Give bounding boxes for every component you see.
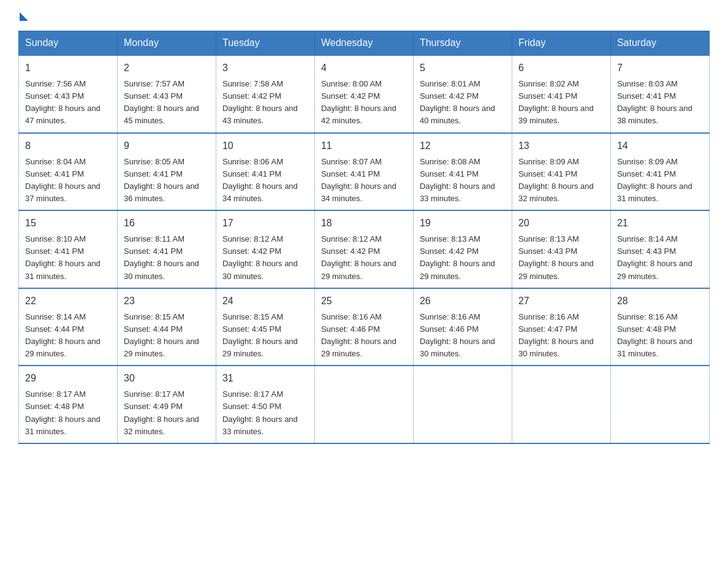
day-info: Sunrise: 8:00 AMSunset: 4:42 PMDaylight:… xyxy=(321,79,396,125)
calendar-cell: 30Sunrise: 8:17 AMSunset: 4:49 PMDayligh… xyxy=(117,366,216,443)
day-number: 17 xyxy=(222,216,308,231)
day-info: Sunrise: 8:16 AMSunset: 4:46 PMDaylight:… xyxy=(420,312,495,358)
calendar-cell: 21Sunrise: 8:14 AMSunset: 4:43 PMDayligh… xyxy=(610,210,709,288)
day-info: Sunrise: 8:17 AMSunset: 4:48 PMDaylight:… xyxy=(25,389,100,435)
day-number: 27 xyxy=(518,294,604,308)
weekday-header-saturday: Saturday xyxy=(610,31,709,56)
day-number: 22 xyxy=(25,294,111,308)
calendar-cell: 28Sunrise: 8:16 AMSunset: 4:48 PMDayligh… xyxy=(610,288,709,366)
calendar-cell: 16Sunrise: 8:11 AMSunset: 4:41 PMDayligh… xyxy=(117,210,216,288)
calendar-cell: 15Sunrise: 8:10 AMSunset: 4:41 PMDayligh… xyxy=(19,210,118,288)
day-info: Sunrise: 7:56 AMSunset: 4:43 PMDaylight:… xyxy=(25,79,100,125)
day-number: 10 xyxy=(222,139,308,153)
day-info: Sunrise: 8:04 AMSunset: 4:41 PMDaylight:… xyxy=(25,157,100,203)
calendar-cell: 31Sunrise: 8:17 AMSunset: 4:50 PMDayligh… xyxy=(216,366,314,443)
day-number: 4 xyxy=(321,61,407,75)
logo xyxy=(18,12,28,18)
calendar-cell: 27Sunrise: 8:16 AMSunset: 4:47 PMDayligh… xyxy=(512,288,610,366)
day-number: 15 xyxy=(25,216,111,231)
day-info: Sunrise: 8:10 AMSunset: 4:41 PMDaylight:… xyxy=(25,234,100,280)
day-info: Sunrise: 8:17 AMSunset: 4:49 PMDaylight:… xyxy=(124,389,199,435)
day-info: Sunrise: 8:16 AMSunset: 4:47 PMDaylight:… xyxy=(518,312,594,358)
weekday-header-tuesday: Tuesday xyxy=(216,31,314,56)
day-number: 12 xyxy=(420,139,506,153)
day-number: 26 xyxy=(420,294,506,308)
calendar-cell xyxy=(610,366,709,443)
calendar-cell: 14Sunrise: 8:09 AMSunset: 4:41 PMDayligh… xyxy=(610,133,709,211)
calendar-cell: 5Sunrise: 8:01 AMSunset: 4:42 PMDaylight… xyxy=(413,55,512,133)
calendar-cell: 1Sunrise: 7:56 AMSunset: 4:43 PMDaylight… xyxy=(19,55,118,133)
day-number: 29 xyxy=(25,371,111,386)
day-info: Sunrise: 8:09 AMSunset: 4:41 PMDaylight:… xyxy=(617,157,692,203)
day-info: Sunrise: 8:15 AMSunset: 4:44 PMDaylight:… xyxy=(124,312,199,358)
weekday-header-row: SundayMondayTuesdayWednesdayThursdayFrid… xyxy=(19,31,710,56)
day-number: 24 xyxy=(222,294,308,308)
calendar-cell: 20Sunrise: 8:13 AMSunset: 4:43 PMDayligh… xyxy=(512,210,610,288)
calendar-cell: 25Sunrise: 8:16 AMSunset: 4:46 PMDayligh… xyxy=(314,288,413,366)
calendar-cell: 2Sunrise: 7:57 AMSunset: 4:43 PMDaylight… xyxy=(117,55,216,133)
logo-line1 xyxy=(18,12,28,18)
calendar-cell: 9Sunrise: 8:05 AMSunset: 4:41 PMDaylight… xyxy=(117,133,216,211)
day-number: 13 xyxy=(518,139,604,153)
day-number: 6 xyxy=(518,61,604,75)
day-info: Sunrise: 8:02 AMSunset: 4:41 PMDaylight:… xyxy=(518,79,594,125)
day-number: 20 xyxy=(518,216,604,231)
calendar-week-row: 1Sunrise: 7:56 AMSunset: 4:43 PMDaylight… xyxy=(19,55,710,133)
calendar-cell: 6Sunrise: 8:02 AMSunset: 4:41 PMDaylight… xyxy=(512,55,610,133)
calendar-cell: 23Sunrise: 8:15 AMSunset: 4:44 PMDayligh… xyxy=(117,288,216,366)
day-number: 11 xyxy=(321,139,407,153)
calendar-cell xyxy=(314,366,413,443)
day-info: Sunrise: 8:06 AMSunset: 4:41 PMDaylight:… xyxy=(222,157,298,203)
day-number: 25 xyxy=(321,294,407,308)
day-info: Sunrise: 8:08 AMSunset: 4:41 PMDaylight:… xyxy=(420,157,495,203)
calendar-cell: 29Sunrise: 8:17 AMSunset: 4:48 PMDayligh… xyxy=(19,366,118,443)
calendar-cell: 24Sunrise: 8:15 AMSunset: 4:45 PMDayligh… xyxy=(216,288,314,366)
weekday-header-wednesday: Wednesday xyxy=(314,31,413,56)
day-info: Sunrise: 8:12 AMSunset: 4:42 PMDaylight:… xyxy=(222,234,298,280)
day-number: 3 xyxy=(222,61,308,75)
day-info: Sunrise: 8:05 AMSunset: 4:41 PMDaylight:… xyxy=(124,157,199,203)
calendar-cell: 13Sunrise: 8:09 AMSunset: 4:41 PMDayligh… xyxy=(512,133,610,211)
calendar-cell: 22Sunrise: 8:14 AMSunset: 4:44 PMDayligh… xyxy=(19,288,118,366)
weekday-header-monday: Monday xyxy=(117,31,216,56)
day-info: Sunrise: 8:14 AMSunset: 4:43 PMDaylight:… xyxy=(617,234,692,280)
calendar-cell: 12Sunrise: 8:08 AMSunset: 4:41 PMDayligh… xyxy=(413,133,512,211)
calendar-table: SundayMondayTuesdayWednesdayThursdayFrid… xyxy=(18,31,710,444)
day-info: Sunrise: 8:16 AMSunset: 4:46 PMDaylight:… xyxy=(321,312,396,358)
calendar-cell: 26Sunrise: 8:16 AMSunset: 4:46 PMDayligh… xyxy=(413,288,512,366)
calendar-week-row: 15Sunrise: 8:10 AMSunset: 4:41 PMDayligh… xyxy=(19,210,710,288)
day-info: Sunrise: 8:07 AMSunset: 4:41 PMDaylight:… xyxy=(321,157,396,203)
day-number: 7 xyxy=(617,61,703,75)
page-header xyxy=(18,12,710,18)
day-info: Sunrise: 7:57 AMSunset: 4:43 PMDaylight:… xyxy=(124,79,199,125)
calendar-cell xyxy=(512,366,610,443)
day-number: 28 xyxy=(617,294,703,308)
day-number: 8 xyxy=(25,139,111,153)
day-info: Sunrise: 7:58 AMSunset: 4:42 PMDaylight:… xyxy=(222,79,298,125)
day-number: 5 xyxy=(420,61,506,75)
day-number: 2 xyxy=(124,61,210,75)
calendar-cell xyxy=(413,366,512,443)
day-number: 18 xyxy=(321,216,407,231)
day-number: 31 xyxy=(222,371,308,386)
calendar-cell: 4Sunrise: 8:00 AMSunset: 4:42 PMDaylight… xyxy=(314,55,413,133)
day-info: Sunrise: 8:17 AMSunset: 4:50 PMDaylight:… xyxy=(222,389,298,435)
day-number: 14 xyxy=(617,139,703,153)
day-number: 19 xyxy=(420,216,506,231)
day-info: Sunrise: 8:09 AMSunset: 4:41 PMDaylight:… xyxy=(518,157,594,203)
calendar-cell: 18Sunrise: 8:12 AMSunset: 4:42 PMDayligh… xyxy=(314,210,413,288)
calendar-cell: 19Sunrise: 8:13 AMSunset: 4:42 PMDayligh… xyxy=(413,210,512,288)
day-number: 1 xyxy=(25,61,111,75)
day-info: Sunrise: 8:15 AMSunset: 4:45 PMDaylight:… xyxy=(222,312,298,358)
calendar-cell: 8Sunrise: 8:04 AMSunset: 4:41 PMDaylight… xyxy=(19,133,118,211)
day-info: Sunrise: 8:13 AMSunset: 4:42 PMDaylight:… xyxy=(420,234,495,280)
day-info: Sunrise: 8:16 AMSunset: 4:48 PMDaylight:… xyxy=(617,312,692,358)
day-number: 16 xyxy=(124,216,210,231)
day-number: 30 xyxy=(124,371,210,386)
weekday-header-friday: Friday xyxy=(512,31,610,56)
day-info: Sunrise: 8:14 AMSunset: 4:44 PMDaylight:… xyxy=(25,312,100,358)
calendar-cell: 17Sunrise: 8:12 AMSunset: 4:42 PMDayligh… xyxy=(216,210,314,288)
day-info: Sunrise: 8:13 AMSunset: 4:43 PMDaylight:… xyxy=(518,234,594,280)
calendar-week-row: 8Sunrise: 8:04 AMSunset: 4:41 PMDaylight… xyxy=(19,133,710,211)
day-number: 23 xyxy=(124,294,210,308)
